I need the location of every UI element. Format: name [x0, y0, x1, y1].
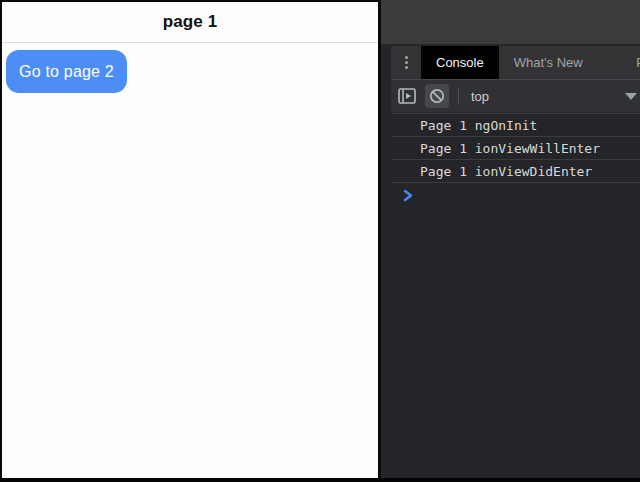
- tab-whats-new[interactable]: What's New: [499, 46, 598, 79]
- devtools-menu-kebab-icon[interactable]: [391, 46, 421, 79]
- console-toolbar: top: [391, 79, 640, 112]
- devtools-panel: Console What's New P top: [381, 0, 640, 478]
- window-bottom-edge: [0, 478, 640, 482]
- app-screen: page 1 Go to page 2: [2, 2, 378, 478]
- clear-console-icon[interactable]: [425, 84, 449, 108]
- console-prompt[interactable]: [391, 183, 640, 207]
- execution-context-selector[interactable]: top: [471, 89, 489, 104]
- toolbar-divider: [458, 87, 459, 105]
- screenshot-root: page 1 Go to page 2 Console What's New P: [0, 0, 640, 482]
- dropdown-triangle-icon[interactable]: [625, 93, 637, 100]
- app-content: Go to page 2: [2, 43, 378, 100]
- devtools-tab-bar: Console What's New P: [391, 46, 640, 79]
- chevron-right-icon: [403, 189, 413, 202]
- go-to-page-2-button[interactable]: Go to page 2: [6, 50, 127, 93]
- tab-console[interactable]: Console: [421, 46, 499, 79]
- app-viewport-frame: page 1 Go to page 2: [0, 0, 381, 478]
- console-message: Page 1 ngOnInit: [391, 114, 640, 137]
- console-messages-area[interactable]: Page 1 ngOnInit Page 1 ionViewWillEnter …: [391, 113, 640, 478]
- console-message: Page 1 ionViewWillEnter: [391, 137, 640, 160]
- page-title: page 1: [163, 12, 217, 32]
- tab-clipped[interactable]: P: [636, 46, 640, 79]
- console-sidebar-icon[interactable]: [397, 86, 417, 106]
- devtools-top-empty-area: [381, 0, 640, 45]
- app-header: page 1: [2, 2, 378, 43]
- console-message: Page 1 ionViewDidEnter: [391, 160, 640, 183]
